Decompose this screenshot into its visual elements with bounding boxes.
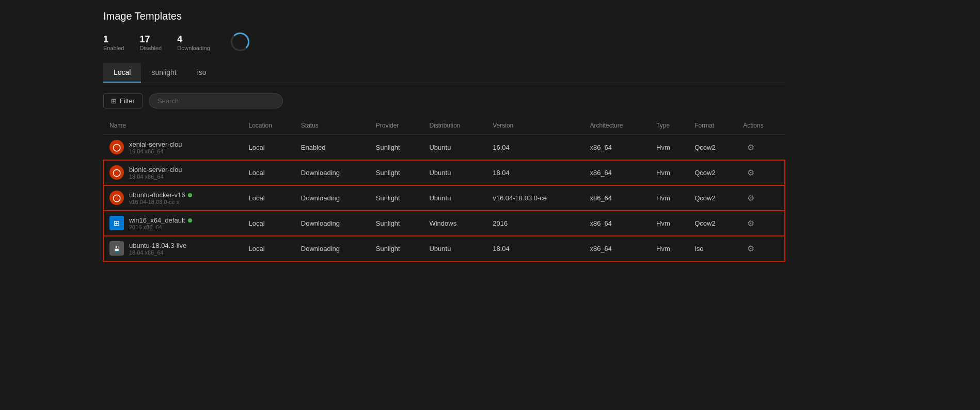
tab-bar: Local sunlight iso (103, 63, 785, 83)
row-status: Enabled (295, 135, 370, 160)
filter-label: Filter (120, 97, 135, 105)
row-version: 2016 (486, 211, 583, 236)
search-input[interactable] (149, 93, 283, 108)
col-version: Version (486, 117, 583, 135)
name-cell: ◯ xenial-server-clou 16.04 x86_64 (109, 140, 236, 154)
row-location: Local (242, 211, 294, 236)
tab-iso[interactable]: iso (187, 63, 217, 83)
row-actions-button[interactable]: ⚙ (743, 140, 758, 154)
col-name: Name (103, 117, 242, 135)
row-architecture: x86_64 (583, 135, 650, 160)
row-name-main: xenial-server-clou (129, 140, 182, 148)
row-location: Local (242, 160, 294, 185)
stat-disabled-label: Disabled (139, 45, 162, 51)
toolbar: ⊞ Filter (103, 93, 785, 108)
col-status: Status (295, 117, 370, 135)
status-dot (188, 193, 192, 197)
row-architecture: x86_64 (583, 236, 650, 261)
row-actions-button[interactable]: ⚙ (743, 191, 758, 205)
row-type: Hvm (650, 185, 688, 211)
stat-downloading: 4 Downloading (177, 34, 210, 51)
image-templates-table: Name Location Status Provider Distributi… (103, 117, 785, 261)
table-row: ◯ xenial-server-clou 16.04 x86_64 Local … (103, 135, 785, 160)
row-name-sub: v16.04-18.03.0-ce x (129, 199, 192, 205)
row-name-main: ubuntu-docker-v16 (129, 191, 192, 199)
row-type: Hvm (650, 160, 688, 185)
row-version: 18.04 (486, 236, 583, 261)
row-provider: Sunlight (370, 236, 423, 261)
table-row: 💾 ubuntu-18.04.3-live 18.04 x86_64 Local… (103, 236, 785, 261)
row-type: Hvm (650, 135, 688, 160)
row-provider: Sunlight (370, 135, 423, 160)
row-distribution: Ubuntu (423, 236, 486, 261)
row-name-sub: 18.04 x86_64 (129, 174, 182, 180)
loading-spinner (231, 33, 249, 53)
row-version: v16.04-18.03.0-ce (486, 185, 583, 211)
row-name-main: bionic-server-clou (129, 166, 182, 174)
row-architecture: x86_64 (583, 185, 650, 211)
stat-downloading-value: 4 (177, 34, 182, 45)
tab-local[interactable]: Local (103, 63, 141, 83)
ubuntu-icon: ◯ (109, 140, 124, 154)
row-type: Hvm (650, 211, 688, 236)
row-name-main: ubuntu-18.04.3-live (129, 242, 186, 249)
iso-icon: 💾 (109, 241, 124, 256)
row-format: Qcow2 (688, 135, 737, 160)
col-actions: Actions (737, 117, 785, 135)
row-distribution: Ubuntu (423, 185, 486, 211)
stat-downloading-label: Downloading (177, 45, 210, 51)
stats-row: 1 Enabled 17 Disabled 4 Downloading (103, 33, 785, 53)
table-row: ◯ ubuntu-docker-v16 v16.04-18.03.0-ce x … (103, 185, 785, 211)
row-format: Iso (688, 236, 737, 261)
row-format: Qcow2 (688, 211, 737, 236)
stat-enabled-value: 1 (103, 34, 108, 45)
col-provider: Provider (370, 117, 423, 135)
row-provider: Sunlight (370, 185, 423, 211)
row-provider: Sunlight (370, 160, 423, 185)
name-cell: ◯ bionic-server-clou 18.04 x86_64 (109, 165, 236, 180)
col-architecture: Architecture (583, 117, 650, 135)
row-type: Hvm (650, 236, 688, 261)
name-cell: 💾 ubuntu-18.04.3-live 18.04 x86_64 (109, 241, 236, 256)
table-row: ◯ bionic-server-clou 18.04 x86_64 Local … (103, 160, 785, 185)
filter-button[interactable]: ⊞ Filter (103, 93, 143, 108)
table-row: ⊞ win16_x64_default 2016 x86_64 Local Do… (103, 211, 785, 236)
row-version: 16.04 (486, 135, 583, 160)
col-distribution: Distribution (423, 117, 486, 135)
row-location: Local (242, 185, 294, 211)
row-provider: Sunlight (370, 211, 423, 236)
stat-disabled: 17 Disabled (139, 34, 162, 51)
name-cell: ◯ ubuntu-docker-v16 v16.04-18.03.0-ce x (109, 191, 236, 205)
row-format: Qcow2 (688, 160, 737, 185)
row-architecture: x86_64 (583, 160, 650, 185)
row-actions-button[interactable]: ⚙ (743, 242, 758, 256)
row-location: Local (242, 135, 294, 160)
row-status: Downloading (295, 236, 370, 261)
page-title: Image Templates (103, 10, 785, 22)
stat-enabled: 1 Enabled (103, 34, 124, 51)
ubuntu-icon: ◯ (109, 165, 124, 180)
row-name-sub: 16.04 x86_64 (129, 148, 182, 154)
row-actions-button[interactable]: ⚙ (743, 166, 758, 180)
row-status: Downloading (295, 211, 370, 236)
status-dot (188, 218, 192, 223)
row-actions-button[interactable]: ⚙ (743, 216, 758, 230)
ubuntu-icon: ◯ (109, 191, 124, 205)
col-type: Type (650, 117, 688, 135)
row-version: 18.04 (486, 160, 583, 185)
row-architecture: x86_64 (583, 211, 650, 236)
windows-icon: ⊞ (109, 216, 124, 230)
row-name-sub: 18.04 x86_64 (129, 249, 186, 256)
name-cell: ⊞ win16_x64_default 2016 x86_64 (109, 216, 236, 230)
row-name-main: win16_x64_default (129, 216, 192, 224)
col-format: Format (688, 117, 737, 135)
row-distribution: Ubuntu (423, 135, 486, 160)
row-format: Qcow2 (688, 185, 737, 211)
row-status: Downloading (295, 160, 370, 185)
stat-disabled-value: 17 (139, 34, 150, 45)
row-name-sub: 2016 x86_64 (129, 224, 192, 230)
stat-enabled-label: Enabled (103, 45, 124, 51)
row-location: Local (242, 236, 294, 261)
row-distribution: Ubuntu (423, 160, 486, 185)
tab-sunlight[interactable]: sunlight (141, 63, 186, 83)
